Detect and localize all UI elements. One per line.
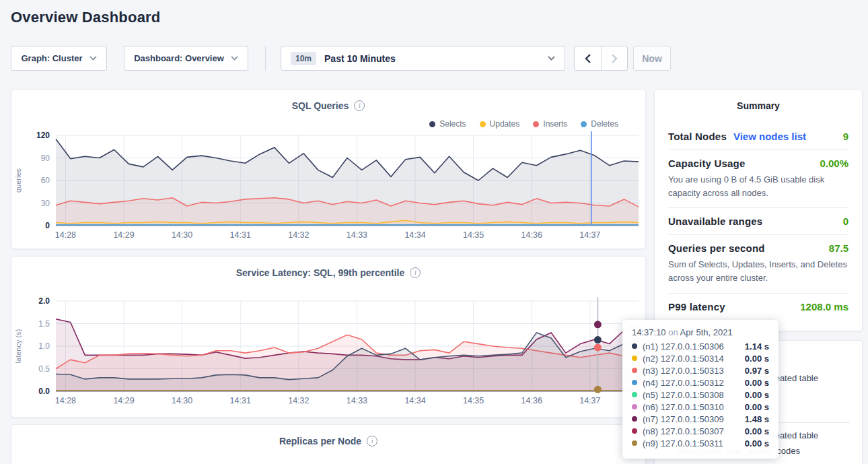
- chart-title: Replicas per Node: [279, 436, 361, 446]
- queries-per-second-value: 87.5: [829, 242, 848, 254]
- info-icon[interactable]: i: [367, 436, 377, 446]
- svg-text:0: 0: [45, 221, 50, 230]
- summary-title: Summary: [668, 100, 848, 111]
- unavailable-ranges-row: Unavailable ranges 0: [668, 208, 848, 234]
- capacity-usage-row: Capacity Usage 0.00% You are using 0 B o…: [668, 150, 848, 207]
- tooltip-node-row: (n1) 127.0.0.1:50306 1.14 s: [632, 340, 769, 352]
- now-button[interactable]: Now: [633, 46, 671, 71]
- series-color-dot: [632, 428, 637, 434]
- svg-text:14:32: 14:32: [288, 396, 309, 405]
- series-color-dot: [581, 121, 587, 127]
- queries-per-second-desc: Sum of Selects, Updates, Inserts, and De…: [668, 258, 848, 285]
- tooltip-node-row: (n5) 127.0.0.1:50308 0.00 s: [632, 389, 769, 401]
- svg-text:latency (s): latency (s): [14, 329, 22, 364]
- svg-text:90: 90: [41, 154, 50, 163]
- svg-text:14:33: 14:33: [347, 396, 367, 405]
- chevron-down-icon: [89, 56, 97, 61]
- svg-text:14:35: 14:35: [463, 230, 484, 240]
- tooltip-timestamp: 14:37:10 on Apr 5th, 2021: [632, 327, 769, 337]
- tooltip-node-row: (n9) 127.0.0.1:50311 0.00 s: [632, 437, 769, 449]
- svg-text:14:37: 14:37: [579, 230, 600, 240]
- svg-text:14:31: 14:31: [230, 230, 251, 240]
- graph-dropdown-label: Graph: Cluster: [21, 53, 82, 63]
- controls-divider: [265, 46, 266, 71]
- info-icon[interactable]: i: [410, 267, 421, 278]
- svg-text:14:30: 14:30: [172, 230, 192, 240]
- sql-queries-chart[interactable]: 14:2814:2914:3014:3114:3214:3314:3414:35…: [11, 129, 647, 247]
- svg-text:14:37: 14:37: [579, 396, 600, 405]
- svg-text:1.5: 1.5: [38, 319, 50, 329]
- queries-per-second-label: Queries per second: [668, 242, 765, 254]
- svg-text:14:34: 14:34: [404, 396, 425, 405]
- tooltip-node-row: (n6) 127.0.0.1:50310 0.00 s: [632, 401, 769, 413]
- svg-text:14:28: 14:28: [55, 230, 76, 240]
- unavailable-ranges-label: Unavailable ranges: [668, 216, 762, 227]
- info-icon[interactable]: i: [354, 100, 365, 111]
- svg-text:14:35: 14:35: [463, 396, 484, 405]
- time-next-button[interactable]: [601, 46, 627, 70]
- series-color-dot: [429, 121, 435, 127]
- svg-text:120: 120: [36, 131, 50, 140]
- capacity-usage-value: 0.00%: [820, 158, 848, 169]
- chevron-down-icon: [548, 56, 555, 61]
- svg-text:14:29: 14:29: [113, 230, 134, 240]
- time-range-selector[interactable]: 10m Past 10 Minutes: [281, 46, 565, 71]
- svg-text:2.0: 2.0: [38, 296, 50, 306]
- graph-dropdown[interactable]: Graph: Cluster: [11, 46, 107, 71]
- total-nodes-label: Total Nodes: [668, 131, 727, 142]
- sql-queries-legend: Selects Updates Inserts Deletes: [429, 119, 618, 129]
- series-color-dot: [632, 356, 637, 361]
- series-color-dot: [632, 368, 637, 373]
- p99-latency-label: P99 latency: [668, 301, 725, 312]
- service-latency-card: Service Latency: SQL, 99th percentile i …: [11, 256, 646, 418]
- svg-text:14:34: 14:34: [404, 230, 425, 240]
- series-color-dot: [632, 416, 637, 422]
- series-color-dot: [632, 392, 637, 397]
- tooltip-node-row: (n7) 127.0.0.1:50309 1.48 s: [632, 413, 769, 425]
- series-color-dot: [632, 380, 637, 385]
- p99-latency-value: 1208.0 ms: [800, 301, 848, 312]
- capacity-usage-desc: You are using 0 B of 4.5 GiB usable disk…: [668, 173, 848, 200]
- legend-item-selects[interactable]: Selects: [429, 119, 466, 129]
- legend-item-deletes[interactable]: Deletes: [581, 119, 618, 129]
- svg-text:1.0: 1.0: [38, 341, 50, 351]
- chart-title: SQL Queries: [292, 100, 349, 111]
- series-color-dot: [632, 404, 637, 409]
- tooltip-node-row: (n4) 127.0.0.1:50312 0.00 s: [632, 376, 769, 389]
- p99-latency-row: P99 latency 1208.0 ms: [668, 294, 848, 320]
- dashboard-dropdown[interactable]: Dashboard: Overview: [124, 46, 248, 71]
- time-range-label: Past 10 Minutes: [324, 53, 396, 64]
- svg-text:14:36: 14:36: [521, 230, 542, 240]
- service-latency-chart[interactable]: 14:2814:2914:3014:3114:3214:3314:3414:35…: [11, 294, 647, 413]
- total-nodes-value: 9: [843, 131, 848, 142]
- replicas-per-node-card: Replicas per Node i: [11, 424, 646, 464]
- legend-item-inserts[interactable]: Inserts: [533, 119, 567, 129]
- view-nodes-list-link[interactable]: View nodes list: [733, 131, 806, 142]
- page-title: Overview Dashboard: [11, 9, 160, 26]
- unavailable-ranges-value: 0: [843, 216, 848, 227]
- dashboard-dropdown-label: Dashboard: Overview: [134, 53, 224, 63]
- time-range-badge: 10m: [291, 52, 316, 65]
- legend-item-updates[interactable]: Updates: [480, 119, 520, 129]
- svg-text:14:28: 14:28: [55, 396, 76, 405]
- total-nodes-row: Total Nodes View nodes list 9: [668, 123, 848, 150]
- series-color-dot: [632, 440, 637, 446]
- svg-text:14:33: 14:33: [347, 230, 367, 240]
- svg-text:0.0: 0.0: [38, 387, 50, 396]
- overview-dashboard-page: Overview Dashboard Graph: Cluster Dashbo…: [0, 0, 868, 464]
- time-step-buttons: [574, 46, 628, 71]
- svg-text:14:29: 14:29: [113, 396, 134, 405]
- series-color-dot: [632, 343, 637, 349]
- svg-text:0.5: 0.5: [38, 364, 50, 374]
- series-color-dot: [480, 121, 486, 127]
- chart-title: Service Latency: SQL, 99th percentile: [236, 267, 405, 278]
- tooltip-node-row: (n3) 127.0.0.1:50313 0.97 s: [632, 364, 769, 376]
- time-prev-button[interactable]: [575, 46, 601, 70]
- tooltip-node-row: (n8) 127.0.0.1:50307 0.00 s: [632, 425, 769, 437]
- tooltip-node-row: (n2) 127.0.0.1:50314 0.00 s: [632, 352, 769, 364]
- svg-text:14:30: 14:30: [172, 396, 192, 405]
- chevron-down-icon: [231, 56, 238, 61]
- summary-panel: Summary Total Nodes View nodes list 9 Ca…: [654, 89, 863, 331]
- svg-text:queries: queries: [14, 168, 22, 193]
- svg-text:14:36: 14:36: [521, 396, 542, 405]
